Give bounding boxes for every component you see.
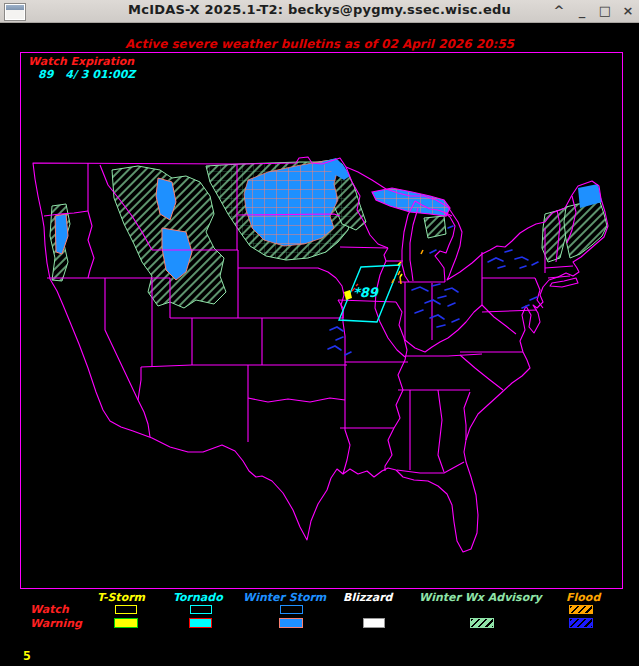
legend-watch-row-label: Watch [30,603,69,616]
legend-col-blizzard: Blizzard [343,591,392,604]
tornado-watch-swatch [190,605,212,614]
mcidas-window: McIDAS-X 2025.1-T2: beckys@pygmy.ssec.wi… [0,0,639,666]
winter-storm-warning-swatch [279,618,303,628]
blizzard-warning-swatch [363,618,385,628]
us-weather-map[interactable]: *89 [0,0,639,666]
legend-warning-row-label: Warning [30,617,82,630]
legend-col-winter-wx-advisory: Winter Wx Advisory [419,591,542,604]
frame-counter: 5 [23,648,31,663]
winter-wx-advisory-warning-swatch [470,618,494,628]
tstorm-warning-swatch [114,618,138,628]
tornado-watch-id-label: *89 [353,285,380,300]
legend-col-tstorm: T-Storm [97,591,145,604]
tstorm-watch-swatch [115,605,137,614]
legend-col-flood: Flood [566,591,600,604]
flood-watch-swatch [569,605,593,614]
legend-col-tornado: Tornado [173,591,223,604]
tornado-warning-swatch [189,618,212,628]
flood-warning-swatch [569,618,593,628]
winter-storm-watch-swatch [280,605,303,614]
legend-col-winter-storm: Winter Storm [243,591,326,604]
